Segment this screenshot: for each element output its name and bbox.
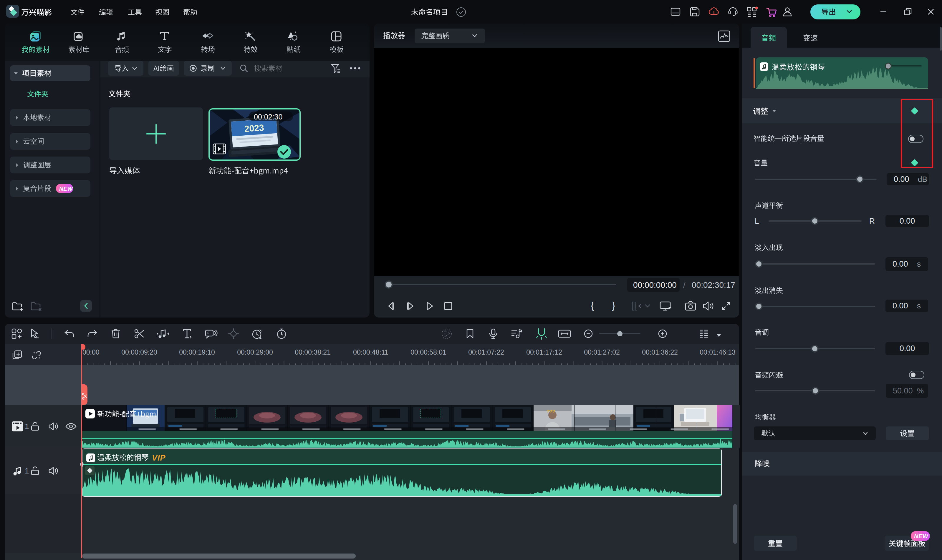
svg-text:2023: 2023 [244, 123, 264, 134]
